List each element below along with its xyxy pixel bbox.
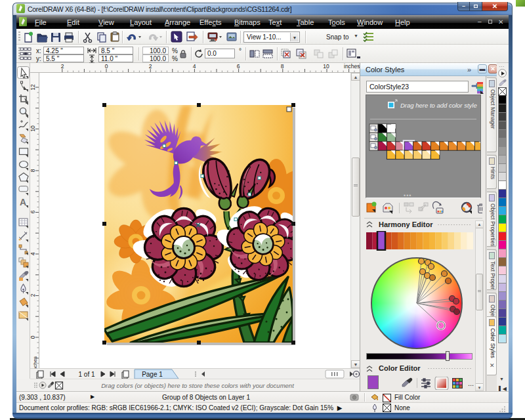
svg-text:A: A — [20, 197, 26, 207]
svg-text:...: ... — [468, 379, 474, 387]
svg-text:4: 4 — [193, 63, 196, 70]
svg-text:10: 10 — [323, 63, 329, 70]
svg-text:10: 10 — [30, 125, 36, 132]
svg-text:inches: inches — [344, 63, 360, 70]
svg-text:8: 8 — [281, 63, 284, 70]
svg-text:Page 1: Page 1 — [142, 371, 163, 378]
svg-text:6: 6 — [237, 63, 240, 70]
svg-text:2: 2 — [30, 293, 36, 297]
svg-text:4: 4 — [30, 252, 36, 255]
svg-text:0: 0 — [105, 63, 108, 70]
svg-text:2: 2 — [149, 63, 152, 70]
svg-text:6: 6 — [30, 210, 36, 213]
svg-text:2: 2 — [61, 63, 64, 70]
svg-text:8: 8 — [30, 169, 36, 172]
svg-text:0: 0 — [30, 335, 36, 339]
svg-text:1 of 1: 1 of 1 — [78, 371, 94, 378]
svg-text:Drag colors (or objects) here: Drag colors (or objects) here to store t… — [101, 382, 294, 389]
svg-text:12: 12 — [30, 84, 36, 91]
